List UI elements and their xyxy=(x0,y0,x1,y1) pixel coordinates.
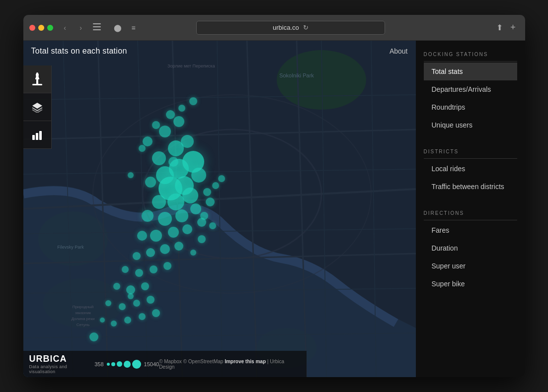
sidebar-section-districts: DISTRICTS Local rides Traffic between di… xyxy=(416,138,525,199)
sidebar-item-super-bike[interactable]: Super bike xyxy=(424,275,517,293)
svg-rect-41 xyxy=(36,133,38,140)
new-tab-button[interactable]: + xyxy=(507,22,519,34)
app-content: Sokolniki Park Filevsky Park Природный з… xyxy=(23,41,525,377)
svg-text:заказник: заказник xyxy=(75,311,91,315)
legend-min-value: 358 xyxy=(94,361,103,367)
divider-2 xyxy=(424,158,517,159)
brand-tagline: Data analysis and visualisation xyxy=(29,364,95,374)
legend: 358 15040 xyxy=(94,360,159,369)
svg-point-39 xyxy=(36,73,39,76)
legend-dot-3 xyxy=(117,361,122,367)
sidebar-item-total-stats[interactable]: Total stats xyxy=(424,63,517,80)
traffic-lights xyxy=(29,25,53,31)
url-bar: urbica.co ↻ xyxy=(196,21,385,35)
browser-chrome: ‹ › ⬤ ≡ urbica.co ↻ ⬆ + xyxy=(23,15,525,41)
sidebar-item-fares[interactable]: Fares xyxy=(424,221,517,239)
svg-text:Сетунь: Сетунь xyxy=(76,323,89,327)
sidebar-toggle-button[interactable] xyxy=(91,22,103,34)
svg-rect-1 xyxy=(93,26,101,27)
right-sidebar: DOCKING STATIONS Total stats Departures/… xyxy=(416,41,525,377)
section-title-districts: DISTRICTS xyxy=(424,145,517,156)
reload-button[interactable]: ↻ xyxy=(303,24,309,31)
map-credits: © Mapbox © OpenStreetMap Improve this ma… xyxy=(159,359,300,370)
bookmark-button[interactable]: ⬤ xyxy=(111,24,125,32)
svg-text:Природный: Природный xyxy=(72,305,93,309)
svg-rect-0 xyxy=(93,23,101,24)
map-base: Sokolniki Park Filevsky Park Природный з… xyxy=(23,41,416,377)
about-button[interactable]: About xyxy=(390,47,408,55)
sidebar-item-roundtrips[interactable]: Roundtrips xyxy=(424,98,517,116)
sidebar-section-docking: DOCKING STATIONS Total stats Departures/… xyxy=(416,41,525,138)
maximize-button[interactable] xyxy=(47,25,53,31)
left-toolbar xyxy=(23,65,52,149)
top-bar: Total stats on each station About xyxy=(23,41,416,62)
legend-max-value: 15040 xyxy=(144,361,159,367)
legend-dots xyxy=(107,360,141,369)
svg-rect-38 xyxy=(36,79,38,84)
section-title-directions: DIRECTIONS xyxy=(424,206,517,218)
improve-map-link[interactable]: Improve this map xyxy=(225,359,266,364)
forward-button[interactable]: › xyxy=(75,22,87,34)
close-button[interactable] xyxy=(29,25,35,31)
browser-window: ‹ › ⬤ ≡ urbica.co ↻ ⬆ + xyxy=(23,15,525,377)
map-svg: Sokolniki Park Filevsky Park Природный з… xyxy=(23,41,416,377)
divider-3 xyxy=(424,220,517,220)
sidebar-item-unique-users[interactable]: Unique users xyxy=(424,116,517,134)
legend-dot-2 xyxy=(111,362,115,366)
brand-name: URBICA xyxy=(29,354,95,364)
mapbox-credit: © Mapbox xyxy=(159,359,182,364)
sidebar-section-directions: DIRECTIONS Fares Duration Super user Sup… xyxy=(416,199,525,297)
page-title: Total stats on each station xyxy=(31,47,127,56)
sidebar-item-super-user[interactable]: Super user xyxy=(424,257,517,275)
svg-text:Зорлие мет Переписка: Зорлие мет Переписка xyxy=(167,64,215,68)
svg-text:Filevsky Park: Filevsky Park xyxy=(57,245,84,250)
tool-chart[interactable] xyxy=(23,121,51,149)
divider-1 xyxy=(424,61,517,62)
osm-credit: © OpenStreetMap xyxy=(183,359,225,364)
map-area: Sokolniki Park Filevsky Park Природный з… xyxy=(23,41,416,377)
sidebar-item-departures-arrivals[interactable]: Departures/Arrivals xyxy=(424,80,517,98)
bottom-bar: URBICA Data analysis and visualisation 3… xyxy=(23,351,307,377)
legend-dot-4 xyxy=(124,361,131,368)
legend-dot-1 xyxy=(107,363,110,366)
tool-layers[interactable] xyxy=(23,93,51,121)
svg-rect-2 xyxy=(93,29,101,30)
url-text: urbica.co xyxy=(273,24,299,31)
back-button[interactable]: ‹ xyxy=(59,22,71,34)
minimize-button[interactable] xyxy=(38,25,44,31)
sidebar-item-traffic-between-districts[interactable]: Traffic between districts xyxy=(424,178,517,196)
legend-dot-5 xyxy=(132,360,141,369)
sidebar-item-local-rides[interactable]: Local rides xyxy=(424,160,517,178)
svg-text:Sokolniki Park: Sokolniki Park xyxy=(279,72,314,78)
svg-rect-40 xyxy=(32,135,35,140)
reader-mode-button[interactable]: ≡ xyxy=(129,24,139,32)
section-title-docking: DOCKING STATIONS xyxy=(424,48,517,59)
sidebar-item-duration[interactable]: Duration xyxy=(424,239,517,257)
svg-rect-36 xyxy=(35,78,39,79)
svg-text:Долина реки: Долина реки xyxy=(71,317,94,321)
svg-rect-42 xyxy=(39,131,42,140)
tool-microscope[interactable] xyxy=(23,65,51,93)
share-button[interactable]: ⬆ xyxy=(496,23,503,32)
brand: URBICA Data analysis and visualisation xyxy=(29,354,95,374)
